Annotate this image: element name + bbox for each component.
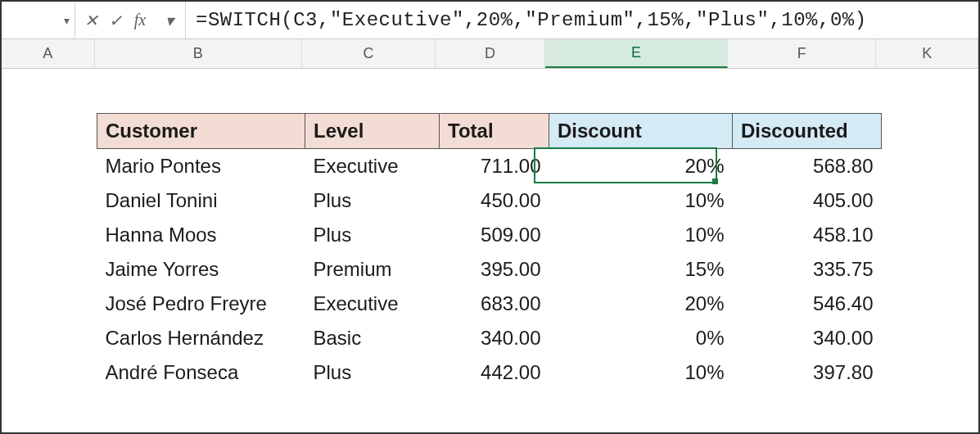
cell-discounted[interactable]: 568.80 xyxy=(733,149,882,184)
cell-total[interactable]: 711.00 xyxy=(440,149,549,184)
cell-customer[interactable]: José Pedro Freyre xyxy=(97,287,305,321)
cell-total[interactable]: 450.00 xyxy=(440,183,549,218)
cell-total[interactable]: 509.00 xyxy=(440,218,549,252)
table-row: Daniel ToniniPlus450.0010%405.00 xyxy=(97,183,882,218)
table-row: Mario PontesExecutive711.0020%568.80 xyxy=(97,149,882,184)
cell-discounted[interactable]: 405.00 xyxy=(733,183,882,218)
cell-customer[interactable]: Carlos Hernández xyxy=(97,321,305,355)
cell-customer[interactable]: Jaime Yorres xyxy=(97,252,305,287)
cancel-icon[interactable]: ✕ xyxy=(80,11,102,30)
cell-total[interactable]: 395.00 xyxy=(440,252,549,287)
cell-customer[interactable]: André Fonseca xyxy=(97,355,305,390)
data-table: Customer Level Total Discount Discounted… xyxy=(97,113,882,390)
formula-bar-controls: ✕ ✓ fx ▾ xyxy=(75,2,186,38)
formula-input[interactable]: =SWITCH(C3,"Executive",20%,"Premium",15%… xyxy=(186,9,978,31)
header-total[interactable]: Total xyxy=(440,114,549,149)
cell-discount[interactable]: 15% xyxy=(549,252,733,287)
cell-level[interactable]: Plus xyxy=(305,218,440,252)
worksheet-grid[interactable]: Customer Level Total Discount Discounted… xyxy=(2,69,978,432)
cell-discount[interactable]: 10% xyxy=(549,183,733,218)
table-row: Jaime YorresPremium395.0015%335.75 xyxy=(97,252,882,287)
column-header-D[interactable]: D xyxy=(436,39,545,68)
formula-bar: ▾ ✕ ✓ fx ▾ =SWITCH(C3,"Executive",20%,"P… xyxy=(2,2,978,39)
cell-level[interactable]: Plus xyxy=(305,355,440,390)
cell-discount[interactable]: 10% xyxy=(549,218,733,252)
column-headers: ABCDEFK xyxy=(2,39,978,69)
cell-discount[interactable]: 10% xyxy=(549,355,733,390)
cell-total[interactable]: 683.00 xyxy=(440,287,549,321)
column-header-K[interactable]: K xyxy=(876,39,978,68)
header-level[interactable]: Level xyxy=(305,114,440,149)
chevron-down-icon[interactable]: ▾ xyxy=(159,11,180,30)
cell-discounted[interactable]: 546.40 xyxy=(733,287,882,321)
cell-discount[interactable]: 0% xyxy=(549,321,733,355)
cell-discounted[interactable]: 340.00 xyxy=(733,321,882,355)
chevron-down-icon[interactable]: ▾ xyxy=(64,14,70,27)
cell-level[interactable]: Basic xyxy=(305,321,440,355)
column-header-E[interactable]: E xyxy=(545,39,728,68)
table-row: André FonsecaPlus442.0010%397.80 xyxy=(97,355,882,390)
table-row: Hanna MoosPlus509.0010%458.10 xyxy=(97,218,882,252)
header-discounted[interactable]: Discounted xyxy=(733,114,882,149)
column-header-A[interactable]: A xyxy=(2,39,95,68)
cell-level[interactable]: Plus xyxy=(305,183,440,218)
cell-total[interactable]: 442.00 xyxy=(440,355,549,390)
column-header-F[interactable]: F xyxy=(728,39,876,68)
column-header-B[interactable]: B xyxy=(95,39,302,68)
cell-level[interactable]: Executive xyxy=(305,149,440,184)
cell-discounted[interactable]: 335.75 xyxy=(733,252,882,287)
header-row: Customer Level Total Discount Discounted xyxy=(97,114,882,149)
cell-level[interactable]: Executive xyxy=(305,287,440,321)
name-box[interactable]: ▾ xyxy=(2,2,75,38)
cell-level[interactable]: Premium xyxy=(305,252,440,287)
cell-discounted[interactable]: 397.80 xyxy=(733,355,882,390)
cell-customer[interactable]: Daniel Tonini xyxy=(97,183,305,218)
table-row: José Pedro FreyreExecutive683.0020%546.4… xyxy=(97,287,882,321)
cell-discounted[interactable]: 458.10 xyxy=(733,218,882,252)
header-discount[interactable]: Discount xyxy=(549,114,733,149)
cell-discount[interactable]: 20% xyxy=(549,287,733,321)
column-header-C[interactable]: C xyxy=(302,39,436,68)
cell-customer[interactable]: Hanna Moos xyxy=(97,218,305,252)
header-customer[interactable]: Customer xyxy=(97,114,305,149)
table-row: Carlos HernándezBasic340.000%340.00 xyxy=(97,321,882,355)
cell-customer[interactable]: Mario Pontes xyxy=(97,149,305,184)
enter-icon[interactable]: ✓ xyxy=(105,11,126,30)
cell-total[interactable]: 340.00 xyxy=(440,321,549,355)
cell-discount[interactable]: 20% xyxy=(549,149,733,184)
fx-icon[interactable]: fx xyxy=(129,11,151,29)
